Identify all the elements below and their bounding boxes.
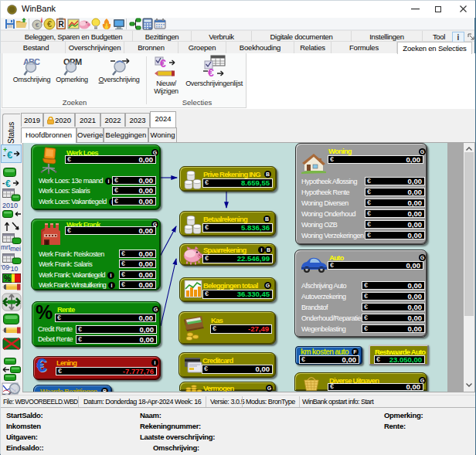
svg-text:€: € — [160, 57, 166, 70]
svg-text:-: - — [2, 178, 5, 187]
svg-text:€: € — [208, 66, 214, 79]
svg-text:€: € — [5, 178, 11, 188]
svg-text:€: € — [47, 19, 52, 29]
svg-text:R: R — [58, 20, 64, 29]
svg-text:-: - — [3, 151, 5, 159]
svg-text:€: € — [7, 149, 12, 161]
svg-text:€: € — [36, 22, 39, 29]
svg-text:%: % — [4, 274, 11, 283]
